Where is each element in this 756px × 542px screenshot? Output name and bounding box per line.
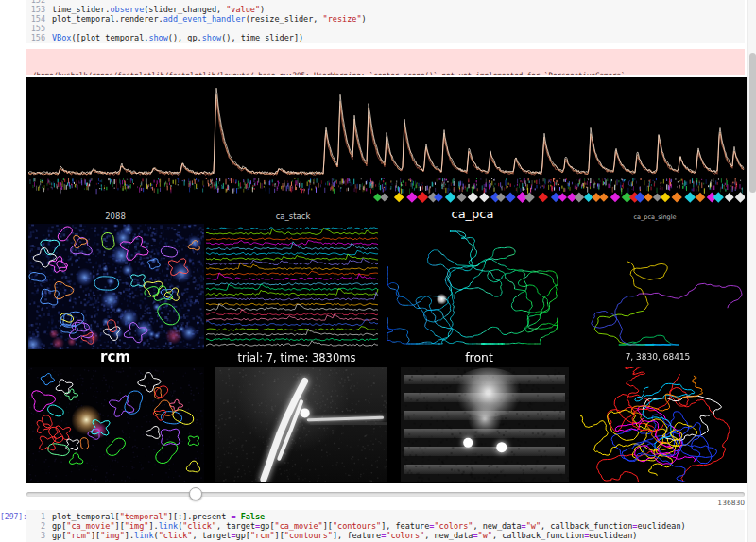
time-slider-track[interactable] <box>26 492 745 497</box>
behavior-front-video-canvas[interactable] <box>401 367 569 482</box>
stderr-warning: /home/kushalk/repos/fastplotlib/fastplot… <box>26 49 745 75</box>
temporal-plot-canvas[interactable] <box>28 79 745 206</box>
code-cell-top[interactable]: 152153time_slider.observe(slider_changed… <box>26 0 745 43</box>
panel-label-ca-movie: 2088 <box>28 212 202 221</box>
time-slider-handle[interactable] <box>189 487 202 500</box>
line-number: 156 <box>26 33 45 42</box>
ca-pca-canvas[interactable] <box>382 224 563 349</box>
code-line: 155 <box>26 24 745 33</box>
time-slider-value: 136830 <box>652 499 745 507</box>
code-text: plot_temporal.renderer.add_event_handler… <box>52 14 367 24</box>
behavior-side-video-canvas[interactable] <box>215 367 387 482</box>
code-text: plot_temporal["temporal"][:].present = F… <box>52 512 265 521</box>
code-text: VBox([plot_temporal.show(), gp.show(), t… <box>52 33 303 42</box>
code-line: 2gp["ca_movie"]["img"].link("click", tar… <box>26 521 745 531</box>
panel-label-ca-stack: ca_stack <box>204 212 382 221</box>
ca-movie-canvas[interactable] <box>28 224 204 349</box>
code-text: gp["ca_movie"]["img"].link("click", targ… <box>52 521 686 531</box>
line-number: 2 <box>26 521 45 531</box>
code-text: gp["rcm"]["img"].link("click", target=gp… <box>52 531 637 540</box>
notebook-page: 152153time_slider.observe(slider_changed… <box>0 0 756 542</box>
fastplotlib-output: 2088 ca_stack ca_pca ca_pca_single rcm t… <box>26 77 747 483</box>
code-line: 1plot_temporal["temporal"][:].present = … <box>26 512 745 521</box>
line-number: 3 <box>26 531 45 540</box>
line-number: 153 <box>26 5 45 14</box>
page-scrollbar[interactable] <box>747 0 756 542</box>
warning-line-1: /home/kushalk/repos/fastplotlib/fastplot… <box>32 71 739 75</box>
panel-label-rcm: rcm <box>28 348 202 365</box>
code-line: 153time_slider.observe(slider_changed, "… <box>26 5 745 14</box>
panel-label-ca-pca: ca_pca <box>382 207 563 221</box>
panel-label-ca-pca-single: ca_pca_single <box>563 213 747 221</box>
pca-point-canvas[interactable] <box>580 367 747 482</box>
code-line: 156VBox([plot_temporal.show(), gp.show()… <box>26 33 745 42</box>
line-number: 154 <box>26 14 45 24</box>
ca-stack-canvas[interactable] <box>204 224 382 349</box>
code-text: time_slider.observe(slider_changed, "val… <box>52 5 265 14</box>
code-line: 3gp["rcm"]["img"].link("click", target=g… <box>26 531 745 540</box>
line-number: 155 <box>26 24 45 33</box>
panel-label-trial-time: trial: 7, time: 3830ms <box>204 351 389 364</box>
ca-pca-single-canvas[interactable] <box>563 224 747 349</box>
panel-label-front: front <box>389 350 569 364</box>
code-cell-bottom[interactable]: 1plot_temporal["temporal"][:].present = … <box>26 510 745 542</box>
execution-count: [297]: <box>0 513 24 521</box>
panel-label-pca-point: 7, 3830, 68415 <box>569 352 747 362</box>
rcm-canvas[interactable] <box>28 367 204 482</box>
scrollbar-thumb[interactable] <box>749 53 756 193</box>
line-number: 1 <box>26 512 45 521</box>
code-line: 154plot_temporal.renderer.add_event_hand… <box>26 14 745 24</box>
